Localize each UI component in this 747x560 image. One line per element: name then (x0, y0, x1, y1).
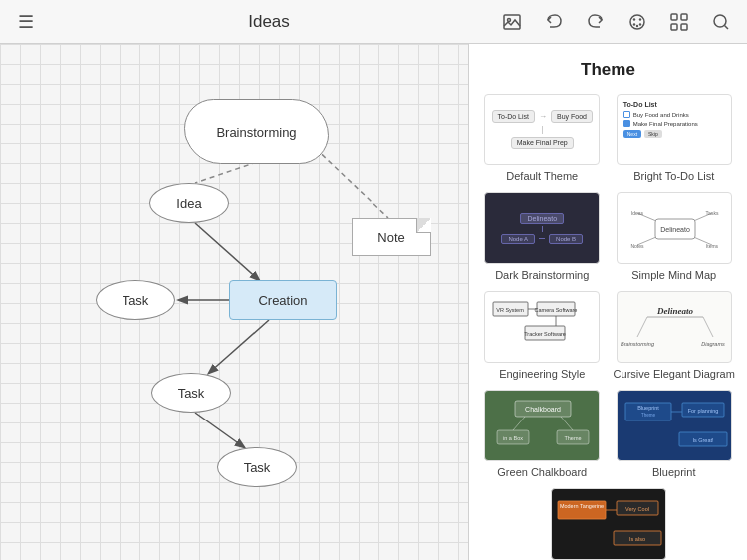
svg-text:Blueprint: Blueprint (637, 405, 659, 411)
svg-text:VR System: VR System (496, 307, 524, 313)
search-icon[interactable] (707, 8, 735, 36)
theme-label-simple: Simple Mind Map (631, 269, 716, 281)
svg-text:Delineato: Delineato (656, 306, 693, 316)
theme-label-bright: Bright To-Do List (633, 170, 714, 182)
svg-point-4 (639, 18, 641, 20)
theme-simple-mind-map[interactable]: Delineato Ideas Notes Tasks Items Simple… (614, 192, 736, 281)
svg-text:Ideas: Ideas (631, 210, 644, 216)
svg-text:Brainstorming: Brainstorming (621, 341, 655, 347)
theme-preview-engineering: VR System Camera Software Tracker Softwa… (484, 291, 600, 363)
theme-engineering[interactable]: VR System Camera Software Tracker Softwa… (481, 291, 604, 380)
svg-line-13 (725, 25, 729, 29)
svg-text:Modern Tangerine: Modern Tangerine (559, 503, 603, 509)
theme-preview-cursive: Delineato Brainstorming Diagrams (617, 291, 732, 363)
svg-line-16 (195, 223, 259, 280)
node-task-1[interactable]: Task (96, 280, 175, 320)
svg-point-5 (633, 23, 635, 25)
theme-preview-tangerine: Modern Tangerine Very Cool Is also (551, 488, 666, 560)
svg-rect-9 (681, 14, 687, 20)
theme-preview-chalkboard: Chalkboard in a Box Theme (484, 390, 600, 461)
svg-line-40 (637, 317, 647, 337)
image-icon[interactable] (498, 8, 526, 36)
svg-line-46 (513, 417, 525, 430)
svg-point-12 (714, 15, 726, 27)
theme-label-default: Default Theme (506, 170, 578, 182)
node-note[interactable]: Note (352, 218, 431, 256)
node-task-2[interactable]: Task (151, 373, 231, 413)
svg-text:in a Box: in a Box (503, 435, 523, 441)
toolbar: ☰ Ideas (0, 0, 747, 44)
svg-line-19 (195, 413, 244, 447)
theme-dark-brainstorming[interactable]: Delineato Node A Node B Dark Brainstormi… (481, 192, 604, 281)
svg-text:Notes: Notes (630, 243, 644, 249)
svg-text:Diagrams: Diagrams (701, 341, 725, 347)
canvas-area[interactable]: Brainstorming Idea Note Creation Task Ta… (0, 44, 468, 560)
theme-modern-tangerine[interactable]: Modern Tangerine Very Cool Is also Moder… (481, 488, 735, 560)
svg-text:Items: Items (706, 243, 719, 249)
svg-text:Tasks: Tasks (705, 210, 718, 216)
theme-preview-blueprint: Blueprint Theme For planning Is Great! (617, 390, 732, 461)
theme-bright-todo[interactable]: To-Do List Buy Food and Drinks Make Fina… (614, 94, 736, 182)
svg-text:Camera Software: Camera Software (535, 307, 578, 313)
theme-panel: Theme To-Do List → Buy Food Make Final P… (468, 44, 747, 560)
node-idea[interactable]: Idea (149, 183, 229, 223)
theme-preview-simple: Delineato Ideas Notes Tasks Items (617, 192, 732, 264)
svg-point-6 (639, 23, 641, 25)
svg-text:Very Cool: Very Cool (625, 506, 649, 512)
theme-preview-dark: Delineato Node A Node B (484, 192, 600, 264)
theme-label-engineering: Engineering Style (499, 368, 585, 380)
svg-line-18 (209, 320, 269, 373)
theme-blueprint[interactable]: Blueprint Theme For planning Is Great! B… (614, 390, 736, 478)
theme-preview-default: To-Do List → Buy Food Make Final Prep (484, 94, 600, 165)
svg-text:Chalkboard: Chalkboard (525, 406, 561, 413)
theme-label-blueprint: Blueprint (652, 466, 695, 478)
svg-rect-11 (681, 24, 687, 30)
svg-line-41 (703, 317, 713, 337)
svg-point-3 (633, 18, 635, 20)
page-title: Ideas (248, 12, 290, 32)
node-task-3[interactable]: Task (217, 447, 297, 487)
theme-panel-title: Theme (481, 60, 735, 80)
theme-cursive-elegant[interactable]: Delineato Brainstorming Diagrams Cursive… (614, 291, 736, 380)
node-brainstorming[interactable]: Brainstorming (184, 99, 329, 164)
undo-icon[interactable] (540, 8, 568, 36)
svg-line-14 (195, 162, 257, 183)
theme-label-chalkboard: Green Chalkboard (497, 466, 587, 478)
svg-point-7 (636, 24, 638, 26)
svg-rect-10 (671, 24, 677, 30)
svg-rect-8 (671, 14, 677, 20)
grid-icon[interactable] (665, 8, 693, 36)
menu-icon[interactable]: ☰ (12, 8, 40, 36)
svg-text:Theme: Theme (641, 413, 656, 418)
svg-text:Theme: Theme (565, 435, 582, 441)
svg-text:For planning: For planning (687, 408, 718, 414)
theme-preview-bright: To-Do List Buy Food and Drinks Make Fina… (617, 94, 732, 165)
svg-line-47 (561, 417, 573, 430)
svg-text:Is Great!: Is Great! (692, 437, 714, 443)
theme-label-dark: Dark Brainstorming (495, 269, 589, 281)
svg-text:Tracker Software: Tracker Software (524, 331, 566, 337)
redo-icon[interactable] (582, 8, 610, 36)
palette-icon[interactable] (623, 8, 651, 36)
svg-text:Is also: Is also (629, 536, 645, 542)
theme-grid: To-Do List → Buy Food Make Final Prep De… (481, 94, 735, 560)
theme-green-chalkboard[interactable]: Chalkboard in a Box Theme Green Chalkboa… (481, 390, 604, 478)
svg-text:Delineato: Delineato (660, 226, 690, 233)
node-creation[interactable]: Creation (229, 280, 337, 320)
theme-default[interactable]: To-Do List → Buy Food Make Final Prep De… (481, 94, 604, 182)
theme-label-cursive: Cursive Elegant Diagram (614, 368, 735, 380)
